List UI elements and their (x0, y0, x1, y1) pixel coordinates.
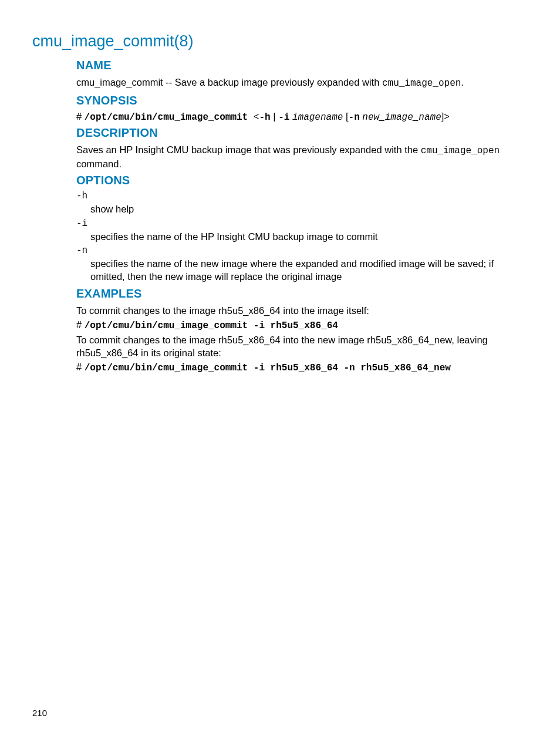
synopsis-cmd: /opt/cmu/bin/cmu_image_commit (85, 112, 254, 123)
section-heading-description: DESCRIPTION (76, 126, 528, 140)
option-desc-h: show help (90, 202, 528, 215)
synopsis-hash: # (76, 111, 85, 121)
synopsis-arg-newname: new_image_name (362, 112, 441, 123)
synopsis-rbracket: ]> (441, 111, 450, 121)
description-text-pre: Saves an HP Insight CMU backup image tha… (76, 144, 421, 155)
example-cmd-2-text: /opt/cmu/bin/cmu_image_commit -i rh5u5_x… (85, 363, 451, 373)
section-heading-name: NAME (76, 59, 528, 72)
example-cmd-1-hash: # (76, 319, 85, 330)
option-flag-h: -h (76, 191, 528, 201)
synopsis-flag-i: -i (278, 112, 289, 123)
page-number: 210 (32, 708, 47, 718)
man-page: cmu_image_commit(8) NAME cmu_image_commi… (0, 0, 560, 746)
name-text-post: . (461, 77, 464, 87)
synopsis-pipe: | (271, 111, 278, 121)
example-cmd-2: # /opt/cmu/bin/cmu_image_commit -i rh5u5… (76, 362, 528, 373)
option-flag-n: -n (76, 245, 528, 256)
name-text: cmu_image_commit -- Save a backup image … (76, 76, 528, 90)
page-title: cmu_image_commit(8) (32, 32, 528, 50)
section-heading-synopsis: SYNOPSIS (76, 94, 528, 107)
example-cmd-1: # /opt/cmu/bin/cmu_image_commit -i rh5u5… (76, 319, 528, 331)
synopsis-arg-imagename: imagename (292, 112, 343, 123)
option-flag-i: -i (76, 218, 528, 229)
example-intro-1: To commit changes to the image rh5u5_x86… (76, 304, 528, 317)
content-block: NAME cmu_image_commit -- Save a backup i… (76, 59, 528, 373)
description-text: Saves an HP Insight CMU backup image tha… (76, 143, 528, 171)
option-desc-i: specifies the name of the HP Insight CMU… (90, 230, 528, 243)
name-text-code: cmu_image_open (382, 78, 461, 89)
example-intro-2: To commit changes to the image rh5u5_x86… (76, 333, 528, 360)
synopsis-lt: < (254, 111, 259, 121)
option-desc-n: specifies the name of the new image wher… (90, 257, 528, 283)
synopsis-command: # /opt/cmu/bin/cmu_image_commit <-h | -i… (76, 111, 528, 123)
example-cmd-2-hash: # (76, 362, 85, 372)
description-text-post: command. (76, 158, 122, 169)
example-cmd-1-text: /opt/cmu/bin/cmu_image_commit -i rh5u5_x… (85, 320, 338, 331)
section-heading-options: OPTIONS (76, 174, 528, 187)
description-text-code: cmu_image_open (421, 146, 500, 156)
name-text-pre: cmu_image_commit -- Save a backup image … (76, 77, 382, 87)
section-heading-examples: EXAMPLES (76, 287, 528, 301)
synopsis-flag-h: -h (259, 112, 270, 123)
synopsis-flag-n: -n (349, 112, 360, 123)
